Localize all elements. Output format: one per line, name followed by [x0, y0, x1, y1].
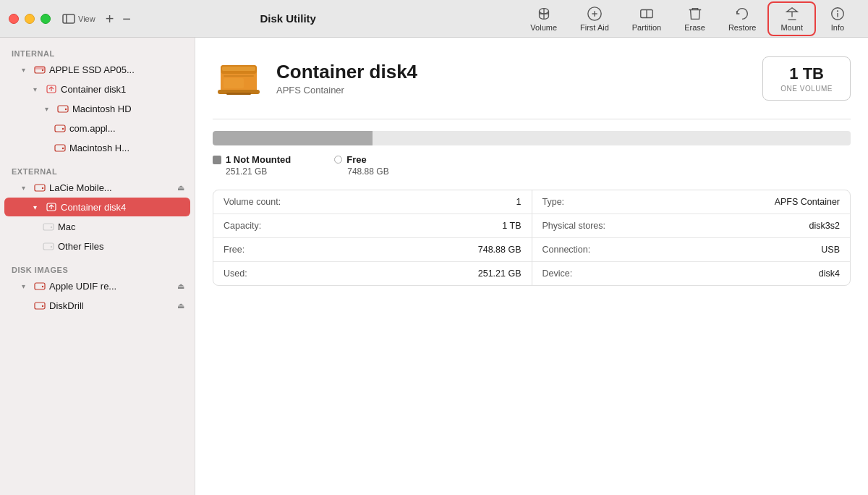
section-external-label: External — [0, 163, 195, 177]
eject-diskdrill-icon[interactable]: ⏏ — [177, 301, 184, 310]
info-key-capacity: Capacity: — [224, 221, 261, 231]
sidebar-item-diskdrill[interactable]: DiskDrill ⏏ — [4, 296, 190, 315]
lacie-label: LaCie Mobile... — [49, 182, 174, 193]
size-unit-label: ONE VOLUME — [780, 85, 833, 93]
legend-free-label: Free — [346, 154, 366, 165]
restore-button[interactable]: Restore — [717, 3, 768, 35]
lacie-icon — [33, 181, 46, 194]
svg-rect-42 — [224, 75, 254, 77]
partition-label: Partition — [632, 23, 661, 32]
container-disk1-label: Container disk1 — [61, 84, 184, 95]
storage-bar-used — [213, 131, 373, 145]
chevron-icon: ▾ — [22, 184, 30, 192]
erase-label: Erase — [684, 23, 705, 32]
svg-point-30 — [51, 227, 52, 228]
info-button[interactable]: Info — [816, 3, 859, 35]
diskdrill-label: DiskDrill — [49, 300, 174, 311]
sidebar-item-macintosh-hd[interactable]: ▾ Macintosh HD — [4, 99, 190, 118]
other-files-label: Other Files — [58, 241, 184, 252]
info-value-physical-stores: disk3s2 — [809, 221, 840, 231]
eject-lacie-icon[interactable]: ⏏ — [177, 183, 184, 192]
info-value-type: APFS Container — [775, 197, 840, 207]
apple-udif-label: Apple UDIF re... — [49, 281, 174, 292]
info-row-capacity: Capacity: 1 TB — [213, 214, 532, 238]
info-value-free: 748.88 GB — [478, 245, 522, 255]
toolbar-actions: Volume First Aid Partition Erase — [519, 1, 859, 36]
legend-used: 1 Not Mounted 251.21 GB — [213, 154, 291, 177]
disk-icon — [215, 52, 263, 104]
used-dot — [213, 156, 221, 164]
firstaid-button[interactable]: First Aid — [569, 3, 621, 35]
volume-label: Volume — [530, 23, 557, 32]
sidebar-item-lacie[interactable]: ▾ LaCie Mobile... ⏏ — [4, 178, 190, 197]
info-value-device: disk4 — [819, 268, 840, 279]
firstaid-label: First Aid — [580, 23, 609, 32]
storage-bar-container — [213, 131, 851, 145]
svg-point-36 — [42, 305, 43, 307]
sidebar: Internal ▾ APPLE SSD AP05... ▾ — [0, 38, 195, 495]
sidebar-item-macintosh-h[interactable]: Macintosh H... — [4, 138, 190, 157]
app-title: Disk Utility — [57, 12, 519, 25]
minimize-button[interactable] — [25, 14, 35, 24]
volume-icon — [54, 122, 67, 135]
disk-size-box: 1 TB ONE VOLUME — [762, 56, 851, 101]
legend-used-header: 1 Not Mounted — [213, 154, 291, 165]
info-key-type: Type: — [542, 197, 565, 207]
eject-udif-icon[interactable]: ⏏ — [177, 282, 184, 291]
volume-button[interactable]: Volume — [519, 3, 569, 35]
info-value-connection: USB — [821, 245, 840, 255]
sidebar-item-container-disk4[interactable]: ▾ Container disk4 — [4, 198, 190, 216]
info-row-used: Used: 251.21 GB — [213, 262, 532, 285]
sidebar-item-mac[interactable]: Mac — [4, 217, 190, 236]
info-key-connection: Connection: — [542, 245, 591, 255]
drive-icon — [33, 63, 46, 76]
mac-label: Mac — [58, 221, 184, 232]
mac-icon — [42, 220, 55, 233]
container-icon — [45, 82, 58, 96]
legend-used-value: 251.21 GB — [226, 166, 291, 177]
content-area: Container disk4 APFS Container 1 TB ONE … — [195, 38, 868, 495]
chevron-icon: ▾ — [22, 282, 30, 290]
info-col-right: Type: APFS Container Physical stores: di… — [532, 190, 851, 285]
volume-icon2 — [54, 141, 67, 154]
divider-1 — [213, 119, 851, 119]
macintosh-h-label: Macintosh H... — [69, 143, 184, 153]
chevron-icon: ▾ — [45, 105, 54, 113]
info-table: Volume count: 1 Capacity: 1 TB Free: 748… — [213, 190, 851, 286]
partition-button[interactable]: Partition — [621, 3, 673, 35]
sidebar-item-apple-ssd[interactable]: ▾ APPLE SSD AP05... — [4, 60, 190, 79]
info-value-used: 251.21 GB — [478, 268, 522, 279]
info-row-type: Type: APFS Container — [532, 190, 851, 214]
svg-point-34 — [42, 286, 43, 287]
svg-point-32 — [51, 246, 52, 248]
traffic-lights — [9, 14, 51, 24]
legend-free: Free 748.88 GB — [334, 154, 388, 177]
disk-icon-container — [213, 52, 265, 104]
udif-icon — [33, 279, 46, 292]
sidebar-item-container-disk1[interactable]: ▾ Container disk1 — [4, 80, 190, 98]
legend-used-label: 1 Not Mounted — [226, 154, 291, 165]
erase-button[interactable]: Erase — [673, 3, 717, 35]
legend-free-header: Free — [334, 154, 388, 165]
svg-point-22 — [62, 128, 64, 130]
fullscreen-button[interactable] — [41, 14, 51, 24]
svg-rect-39 — [222, 67, 255, 71]
disk-subtitle: APFS Container — [276, 85, 751, 96]
info-key-volume-count: Volume count: — [224, 197, 281, 207]
macintosh-hd-label: Macintosh HD — [72, 103, 184, 114]
mount-button[interactable]: Mount — [767, 1, 816, 36]
restore-label: Restore — [728, 23, 757, 32]
mount-label: Mount — [780, 23, 803, 32]
close-button[interactable] — [9, 14, 19, 24]
sidebar-item-com-apple[interactable]: com.appl... — [4, 119, 190, 138]
info-label: Info — [831, 23, 844, 32]
info-key-free: Free: — [224, 245, 244, 255]
svg-rect-15 — [35, 67, 45, 69]
container-disk4-icon — [45, 200, 58, 213]
legend-free-value: 748.88 GB — [347, 166, 388, 177]
sidebar-item-other-files[interactable]: Other Files — [4, 237, 190, 255]
disk-header: Container disk4 APFS Container 1 TB ONE … — [213, 52, 851, 104]
sidebar-item-apple-udif[interactable]: ▾ Apple UDIF re... ⏏ — [4, 276, 190, 295]
svg-point-13 — [838, 10, 838, 11]
section-disk-images-label: Disk Images — [0, 261, 195, 276]
